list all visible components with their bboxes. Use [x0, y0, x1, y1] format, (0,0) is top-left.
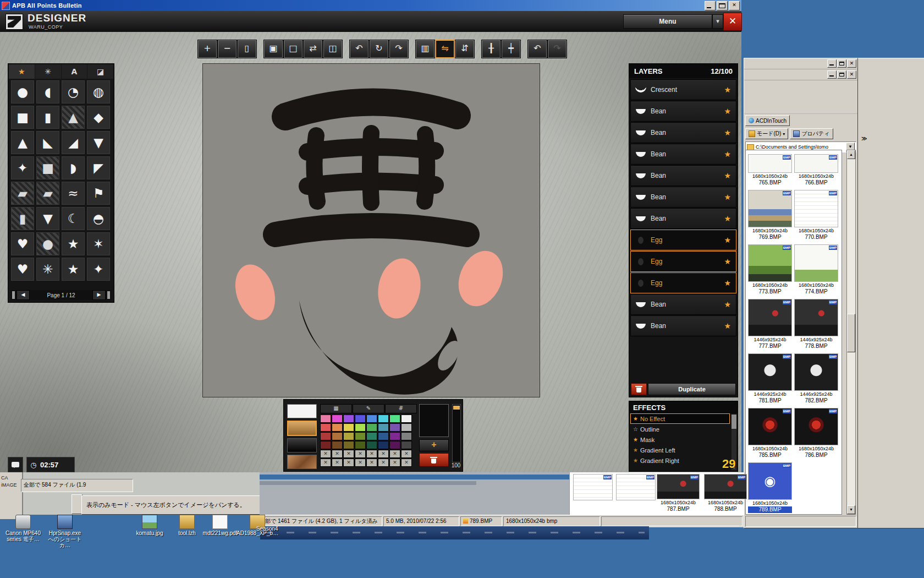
palette-color[interactable]: [320, 415, 331, 423]
thumbnail[interactable]: BMP 1680x1050x24b 788.BMP: [704, 474, 747, 512]
maximize-button[interactable]: [717, 1, 728, 10]
menu-button[interactable]: Menu: [623, 14, 712, 29]
layer-row[interactable]: Bean ★: [630, 208, 736, 229]
patterns-tab[interactable]: ✳: [35, 64, 61, 79]
effect-row[interactable]: ★ Mask: [630, 434, 730, 445]
kanji-vertical-2[interactable]: [370, 133, 371, 203]
shape-cell[interactable]: ▰: [11, 182, 34, 205]
palette-color[interactable]: [343, 423, 354, 432]
center-vertical-button[interactable]: ┿: [502, 40, 520, 58]
scrollbar-thumb[interactable]: [847, 314, 855, 352]
thumbnail-filename-selected[interactable]: 789.BMP: [748, 506, 792, 513]
thumbnail-image[interactable]: BMP: [794, 244, 838, 282]
kanji-vertical-1[interactable]: [314, 135, 317, 201]
layer-row[interactable]: Bean ★: [630, 187, 736, 208]
maximize-button[interactable]: [837, 59, 846, 68]
palette-color[interactable]: [389, 441, 400, 449]
minimize-button[interactable]: [827, 59, 837, 68]
shape-cell[interactable]: ■: [11, 106, 34, 129]
thumbnail[interactable]: BMP 1680x1050x24b 773.BMP: [748, 244, 792, 295]
slider-handle[interactable]: [453, 406, 460, 410]
palette-color[interactable]: [366, 423, 377, 432]
palette-color[interactable]: [355, 441, 366, 449]
palette-color[interactable]: [366, 441, 377, 449]
layer-star-icon[interactable]: ★: [724, 171, 731, 180]
layer-star-icon[interactable]: ★: [724, 300, 731, 309]
layer-star-icon[interactable]: ★: [724, 279, 731, 287]
palette-color[interactable]: [389, 450, 400, 458]
effect-row[interactable]: ★ Gradient Left: [630, 445, 730, 455]
acdintouch-button[interactable]: ACDInTouch: [745, 115, 790, 126]
thumbnail-filename[interactable]: 781.BMP: [748, 397, 792, 404]
duplicate-shape-button[interactable]: ▥: [416, 40, 435, 58]
palette-color[interactable]: [401, 450, 412, 458]
palette-color[interactable]: [389, 459, 400, 467]
flip-vertical-button[interactable]: ⇵: [455, 40, 474, 58]
palette-color[interactable]: [401, 432, 412, 440]
palette-color[interactable]: [320, 432, 331, 440]
shape-cell[interactable]: ●: [11, 80, 34, 103]
layer-star-icon[interactable]: ★: [724, 321, 731, 330]
bring-forward-button[interactable]: ▣: [264, 40, 283, 58]
menu-chevron-button[interactable]: [712, 14, 723, 29]
shape-cell[interactable]: ★: [62, 258, 85, 281]
thumbnail-filename[interactable]: 782.BMP: [794, 397, 838, 404]
palette-color[interactable]: [366, 415, 377, 423]
flip-horizontal-button[interactable]: ⇋: [436, 40, 454, 58]
remove-button[interactable]: −: [218, 40, 237, 58]
shape-cell[interactable]: ◣: [36, 131, 59, 154]
effect-row[interactable]: ★ No Effect: [630, 413, 730, 424]
layer-star-icon[interactable]: ★: [724, 257, 731, 266]
scrollbar-thumb[interactable]: [732, 415, 736, 429]
layer-row[interactable]: Bean ★: [630, 144, 736, 165]
symbols-tab[interactable]: ◪: [87, 64, 113, 79]
palette-color[interactable]: [401, 459, 412, 467]
palette-color[interactable]: [343, 450, 354, 458]
shape-cell[interactable]: ▮: [36, 106, 59, 129]
layer-row[interactable]: Egg ★: [630, 230, 736, 250]
hex-input-tab[interactable]: #: [385, 404, 417, 413]
thumbnail-image[interactable]: BMP: [748, 154, 792, 173]
layer-row[interactable]: Crescent ★: [630, 79, 736, 100]
shape-cell[interactable]: ▲: [62, 106, 85, 129]
palette-color[interactable]: [332, 432, 343, 440]
shape-cell[interactable]: ✳: [36, 258, 59, 281]
shape-cell[interactable]: ◖: [36, 80, 59, 103]
palette-color[interactable]: [355, 432, 366, 440]
thumbnail[interactable]: BMP 1680x1050x24b 786.BMP: [794, 408, 838, 459]
palette-color[interactable]: [389, 432, 400, 440]
thumbnail-filename[interactable]: 766.BMP: [794, 179, 838, 186]
palette-color[interactable]: [355, 450, 366, 458]
current-color-tan[interactable]: [287, 421, 317, 436]
effect-row[interactable]: ★ Gradient Right: [630, 455, 730, 466]
shape-select-button[interactable]: ▯: [238, 40, 256, 58]
thumbnail-image[interactable]: BMP: [748, 244, 792, 282]
thumbnail-filename[interactable]: 769.BMP: [748, 234, 792, 241]
desktop-icon-komatu-jpg[interactable]: komatu.jpg: [129, 515, 170, 536]
add-button[interactable]: +: [198, 40, 217, 58]
thumbnail-filename[interactable]: 773.BMP: [748, 288, 792, 295]
desktop-icon-canon-mp640[interactable]: Canon MP640 series 電子…: [2, 515, 44, 542]
thumbnail[interactable]: BMP 1680x1050x24b 789.BMP: [748, 462, 792, 513]
thumbnail[interactable]: BMP 1680x1050x24b 774.BMP: [794, 244, 838, 295]
thumbnail-filename[interactable]: 786.BMP: [794, 452, 838, 459]
thumbnail[interactable]: BMP 1680x1050x24b 766.BMP: [794, 154, 838, 186]
maximize-button[interactable]: [837, 70, 846, 79]
shape-cell[interactable]: ▰: [36, 182, 59, 205]
palette-color[interactable]: [343, 459, 354, 467]
palette-color[interactable]: [366, 450, 377, 458]
thumbnail-filename[interactable]: 777.BMP: [748, 343, 792, 350]
palette-color[interactable]: [320, 441, 331, 449]
thumbnail-filename[interactable]: 770.BMP: [794, 234, 838, 241]
palette-color[interactable]: [401, 423, 412, 432]
thumbnail-filename[interactable]: 774.BMP: [794, 288, 838, 295]
shape-cell[interactable]: ★: [62, 232, 85, 255]
palette-color[interactable]: [343, 441, 354, 449]
mirror-button[interactable]: ◫: [323, 40, 342, 58]
delete-color-button[interactable]: [419, 453, 449, 467]
palette-color[interactable]: [332, 450, 343, 458]
shape-cell[interactable]: ◍: [87, 80, 110, 103]
palette-color[interactable]: [332, 441, 343, 449]
palette-color[interactable]: [401, 441, 412, 449]
shape-cell[interactable]: ◢: [62, 131, 85, 154]
